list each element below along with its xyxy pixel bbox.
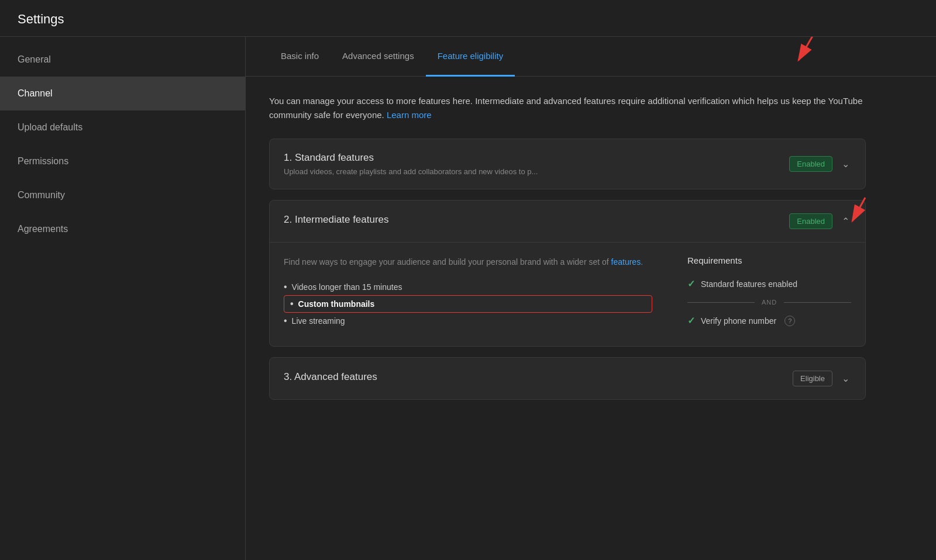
sidebar-item-community[interactable]: Community xyxy=(0,178,245,212)
feature-item-custom-thumbnails: Custom thumbnails xyxy=(284,295,652,313)
intermediate-header-wrapper: 2. Intermediate features Enabled ⌃ xyxy=(270,201,865,242)
sidebar: General Channel Upload defaults Permissi… xyxy=(0,37,246,560)
requirement-standard-features: ✓ Standard features enabled xyxy=(687,275,851,293)
tabs: Basic info Advanced settings Feature eli… xyxy=(246,37,936,77)
header: Settings xyxy=(0,0,936,37)
req-check-phone: ✓ xyxy=(687,315,695,326)
req-divider-line-left xyxy=(687,302,755,303)
intermediate-features-chevron[interactable]: ⌃ xyxy=(839,216,851,227)
advanced-features-chevron[interactable]: ⌄ xyxy=(839,373,851,384)
standard-features-badge: Enabled xyxy=(789,156,832,172)
req-check-standard: ✓ xyxy=(687,278,695,289)
intermediate-features-desc: Find new ways to engage your audience an… xyxy=(284,255,652,268)
content-area: Basic info Advanced settings Feature eli… xyxy=(246,37,936,560)
advanced-features-title-group: 3. Advanced features xyxy=(284,371,793,386)
content-body: You can manage your access to more featu… xyxy=(246,77,889,428)
requirements-title: Requirements xyxy=(687,255,851,265)
intro-text: You can manage your access to more featu… xyxy=(269,94,866,122)
sidebar-item-agreements[interactable]: Agreements xyxy=(0,212,245,246)
requirement-verify-phone: ✓ Verify phone number ? xyxy=(687,312,851,330)
req-divider-line-right xyxy=(784,302,851,303)
main-layout: General Channel Upload defaults Permissi… xyxy=(0,37,936,560)
advanced-features-title: 3. Advanced features xyxy=(284,371,793,383)
intermediate-features-badge: Enabled xyxy=(789,213,832,229)
tab-basic-info[interactable]: Basic info xyxy=(269,37,331,77)
sidebar-item-channel[interactable]: Channel xyxy=(0,77,245,110)
intermediate-features-left: Find new ways to engage your audience an… xyxy=(284,243,652,330)
tab-advanced-settings[interactable]: Advanced settings xyxy=(331,37,426,77)
req-divider-text: AND xyxy=(762,299,777,306)
standard-features-header[interactable]: 1. Standard features Upload videos, crea… xyxy=(270,139,865,189)
standard-features-subtitle: Upload videos, create playlists and add … xyxy=(284,167,789,176)
advanced-features-section: 3. Advanced features Eligible ⌄ xyxy=(269,357,866,400)
tabs-container: Basic info Advanced settings Feature eli… xyxy=(246,37,936,77)
standard-features-title-group: 1. Standard features Upload videos, crea… xyxy=(284,152,789,176)
sidebar-item-permissions[interactable]: Permissions xyxy=(0,144,245,178)
req-divider: AND xyxy=(687,293,851,312)
sidebar-item-general[interactable]: General xyxy=(0,43,245,77)
intermediate-features-title-group: 2. Intermediate features xyxy=(284,214,789,229)
intermediate-features-list: Videos longer than 15 minutes Custom thu… xyxy=(284,279,652,329)
intermediate-features-title: 2. Intermediate features xyxy=(284,214,789,226)
intermediate-features-section: 2. Intermediate features Enabled ⌃ Find … xyxy=(269,200,866,347)
tab-feature-eligibility[interactable]: Feature eligibility xyxy=(426,37,515,77)
standard-features-section: 1. Standard features Upload videos, crea… xyxy=(269,139,866,189)
intermediate-features-body: Find new ways to engage your audience an… xyxy=(270,242,865,346)
feature-item-live-streaming: Live streaming xyxy=(284,313,652,329)
req-help-icon[interactable]: ? xyxy=(784,316,795,326)
learn-more-link[interactable]: Learn more xyxy=(387,110,432,120)
advanced-features-badge: Eligible xyxy=(793,371,832,386)
standard-features-chevron[interactable]: ⌄ xyxy=(839,158,851,170)
intermediate-features-requirements: Requirements ✓ Standard features enabled… xyxy=(687,243,851,330)
advanced-features-header[interactable]: 3. Advanced features Eligible ⌄ xyxy=(270,358,865,399)
feature-item-videos-longer: Videos longer than 15 minutes xyxy=(284,279,652,295)
page-title: Settings xyxy=(18,12,918,27)
features-link[interactable]: features xyxy=(611,257,641,267)
standard-features-title: 1. Standard features xyxy=(284,152,789,164)
intermediate-features-header[interactable]: 2. Intermediate features Enabled ⌃ xyxy=(270,201,865,242)
sidebar-item-upload-defaults[interactable]: Upload defaults xyxy=(0,110,245,144)
